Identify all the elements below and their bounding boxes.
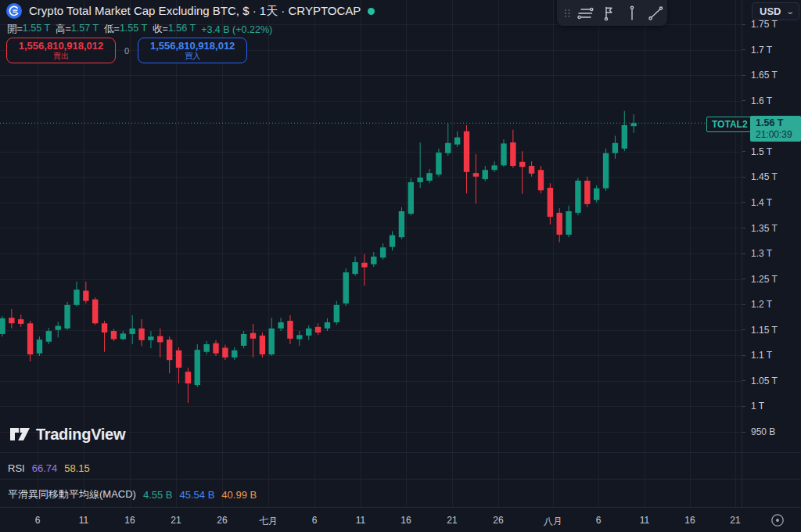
price-tick-label: 1 T [751, 401, 764, 412]
tradingview-watermark: TradingView [9, 425, 125, 444]
price-tick-mark [742, 355, 745, 356]
low-label: 低= [104, 23, 120, 36]
vertical-line-tool-icon[interactable] [621, 2, 643, 24]
price-tick-mark [742, 279, 745, 279]
candle-body [241, 334, 246, 346]
candle-body [56, 326, 61, 330]
multi-line-tool-icon[interactable] [574, 2, 596, 24]
candle-body [519, 162, 525, 167]
candle-body [232, 350, 237, 358]
price-tick-label: 1.75 T [751, 19, 778, 30]
close-value: 1.56 T [168, 23, 196, 36]
candle-body [325, 322, 330, 329]
candle-body [343, 272, 348, 304]
price-tick-mark [742, 380, 745, 381]
price-tick-label: 1.3 T [751, 248, 772, 259]
price-tick-label: 1.7 T [751, 45, 772, 56]
candle-body [380, 247, 386, 257]
rsi-indicator-legend[interactable]: RSI 66.7458.15 [8, 462, 90, 474]
candle-body [566, 211, 571, 235]
candle-body [92, 300, 98, 324]
currency-value: USD [760, 5, 781, 17]
candle-body [213, 343, 218, 354]
candle-body [129, 329, 135, 334]
high-label: 高= [56, 23, 71, 36]
candle-body [501, 143, 506, 165]
price-tick-mark [742, 49, 745, 50]
candle-body [417, 178, 422, 182]
time-tick-label: 八月 [544, 515, 562, 528]
rsi-value: 58.15 [64, 462, 90, 474]
candle-body [269, 329, 275, 354]
trend-line-tool-icon[interactable] [645, 2, 666, 24]
symbol-title[interactable]: Crypto Total Market Cap Excluding BTC, $… [29, 4, 361, 19]
time-tick-label: 16 [684, 515, 695, 526]
candle-body [157, 336, 163, 343]
high-value: 1.57 T [71, 23, 99, 36]
price-tick-label: 950 B [751, 426, 775, 437]
time-tick-label: 16 [124, 515, 135, 526]
rsi-value: 66.74 [32, 462, 58, 474]
candle-body [464, 131, 469, 172]
candle-body [176, 350, 181, 368]
macd-title: 平滑異同移動平均線(MACD) [8, 487, 136, 501]
candle-body [46, 331, 52, 342]
macd-value: 45.54 B [180, 489, 215, 501]
time-axis[interactable]: 611162126七月611162126八月6111621 [0, 507, 801, 532]
time-tick-label: 6 [312, 515, 318, 526]
price-tick-label: 1.15 T [751, 325, 778, 336]
candle-body [0, 318, 5, 334]
time-tick-label: 21 [447, 515, 457, 526]
timezone-settings-icon[interactable] [770, 512, 785, 528]
candle-body [203, 344, 209, 352]
candle-body [371, 257, 376, 264]
candle-body [287, 321, 293, 339]
low-value: 1.55 T [120, 23, 147, 36]
current-price-value: 1.56 T [756, 117, 801, 129]
candle-body [352, 262, 357, 274]
price-tick-mark [742, 329, 745, 330]
time-tick-label: 6 [35, 515, 41, 526]
currency-selector[interactable]: USD ⌄ [752, 2, 799, 20]
candle-body [64, 305, 70, 329]
candle-body [195, 350, 200, 385]
price-tick-label: 1.6 T [751, 95, 772, 106]
sell-label: 賣出 [53, 52, 69, 61]
rsi-title: RSI [8, 462, 25, 474]
price-tick-label: 1.05 T [751, 376, 778, 386]
candle-body [612, 143, 618, 153]
flag-tool-icon[interactable] [598, 2, 620, 24]
candle-body [473, 173, 479, 177]
candle-body [250, 333, 256, 339]
price-tick-mark [742, 202, 745, 203]
time-tick-label: 11 [356, 515, 365, 526]
candle-body [622, 125, 627, 149]
price-tick-label: 1.25 T [751, 274, 778, 285]
candle-body [37, 340, 42, 354]
price-axis[interactable]: 1.75 T1.7 T1.65 T1.6 T1.5 T1.45 T1.4 T1.… [742, 0, 801, 507]
price-tick-label: 1.4 T [751, 197, 772, 208]
price-tick-mark [742, 253, 745, 254]
macd-indicator-legend[interactable]: 平滑異同移動平均線(MACD) 4.55 B45.54 B40.99 B [8, 487, 257, 501]
toolbar-drag-handle-icon[interactable] [562, 4, 573, 23]
candle-body [111, 331, 117, 339]
price-tick-mark [742, 432, 745, 433]
candle-body [120, 333, 126, 339]
pane-separator[interactable] [0, 452, 801, 453]
watermark-text: TradingView [36, 426, 125, 444]
time-tick-label: 6 [596, 515, 602, 526]
sell-button[interactable]: 1,556,810,918,012 賣出 [6, 38, 116, 63]
market-status-dot-icon[interactable] [368, 8, 375, 15]
pane-separator[interactable] [0, 479, 801, 480]
candle-body [306, 329, 311, 336]
cryptocap-logo [6, 3, 22, 19]
bar-countdown: 21:00:39 [756, 129, 801, 140]
macd-value: 40.99 B [221, 489, 257, 501]
current-price-label: 1.56 T 21:00:39 [750, 116, 801, 142]
symbol-header: Crypto Total Market Cap Excluding BTC, $… [6, 3, 375, 19]
buy-button[interactable]: 1,556,810,918,012 買入 [138, 38, 247, 63]
sell-price: 1,556,810,918,012 [19, 41, 103, 52]
open-label: 開= [7, 23, 23, 36]
time-tick-label: 26 [217, 515, 227, 526]
candle-body [557, 213, 562, 235]
